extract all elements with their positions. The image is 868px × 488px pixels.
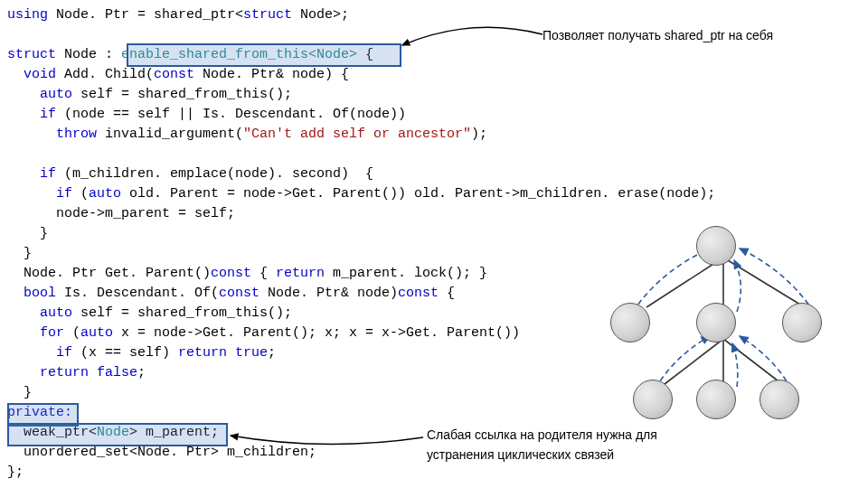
tree-node — [696, 380, 736, 419]
tree-node — [782, 303, 822, 343]
tree-diagram — [570, 226, 859, 434]
tree-node — [696, 226, 736, 266]
annotation-shared-ptr: Позволяет получать shared_ptr на себя — [542, 25, 773, 45]
tree-node — [633, 380, 673, 419]
tree-node — [610, 303, 650, 343]
slide: { "code": { "l1a":"using","l1b":" Node. … — [0, 0, 868, 488]
tree-node — [696, 303, 736, 343]
tree-node — [760, 380, 799, 419]
